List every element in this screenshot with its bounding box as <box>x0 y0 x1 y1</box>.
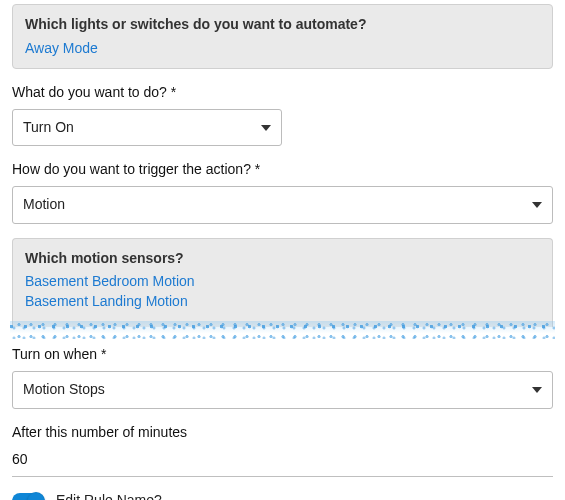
motion-panel-wrap: Which motion sensors? Basement Bedroom M… <box>12 238 553 340</box>
motion-sensor-link-0[interactable]: Basement Bedroom Motion <box>25 272 540 292</box>
turn-on-when-label: Turn on when * <box>12 345 553 365</box>
lights-panel-title: Which lights or switches do you want to … <box>25 15 540 35</box>
lights-selected-link[interactable]: Away Mode <box>25 39 540 59</box>
caret-down-icon <box>532 387 542 393</box>
edit-name-toggle-label: Edit Rule Name? <box>56 491 162 500</box>
trigger-select[interactable]: Motion <box>12 186 553 224</box>
edit-name-toggle-row: Edit Rule Name? <box>12 491 553 500</box>
action-label: What do you want to do? * <box>12 83 553 103</box>
trigger-label: How do you want to trigger the action? * <box>12 160 553 180</box>
minutes-label: After this number of minutes <box>12 423 553 443</box>
torn-edge-decoration <box>10 321 555 339</box>
motion-sensor-link-1[interactable]: Basement Landing Motion <box>25 292 540 312</box>
edit-name-toggle[interactable] <box>12 493 44 500</box>
minutes-input[interactable]: 60 <box>12 446 553 477</box>
action-select-value: Turn On <box>23 118 74 138</box>
minutes-value: 60 <box>12 451 28 467</box>
turn-on-when-value: Motion Stops <box>23 380 105 400</box>
motion-panel-title: Which motion sensors? <box>25 249 540 269</box>
trigger-select-value: Motion <box>23 195 65 215</box>
turn-on-when-select[interactable]: Motion Stops <box>12 371 553 409</box>
motion-panel: Which motion sensors? Basement Bedroom M… <box>12 238 553 328</box>
caret-down-icon <box>532 202 542 208</box>
action-select[interactable]: Turn On <box>12 109 282 147</box>
caret-down-icon <box>261 125 271 131</box>
lights-panel: Which lights or switches do you want to … <box>12 4 553 69</box>
